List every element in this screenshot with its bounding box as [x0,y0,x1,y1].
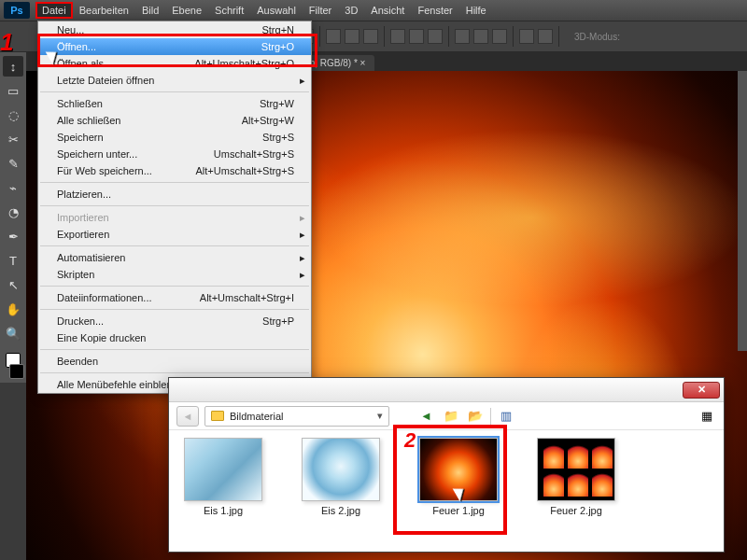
align-group-2 [326,29,378,44]
menu-item[interactable]: Alle schließenAlt+Strg+W [38,112,311,129]
menu-item[interactable]: Eine Kopie drucken [38,329,311,346]
menu-item-shortcut: Strg+O [261,41,294,52]
menu-separator [40,309,309,310]
menu-bearbeiten[interactable]: Bearbeiten [73,2,135,19]
distribute-icon[interactable] [492,29,507,44]
menu-item-label: Öffnen... [57,41,96,52]
nav-back-button[interactable]: ◄ [176,406,199,427]
menu-item[interactable]: Drucken...Strg+P [38,313,311,329]
menu-item[interactable]: SchließenStrg+W [38,95,311,112]
distribute-icon[interactable] [409,29,424,44]
menu-ebene[interactable]: Ebene [165,2,208,19]
menu-ansicht[interactable]: Ansicht [364,2,411,19]
file-item[interactable]: Feuer 2.jpg [531,438,621,546]
arrange-icon[interactable] [538,29,553,44]
menu-separator [40,286,309,287]
distribute-icon[interactable] [428,29,443,44]
menu-item[interactable]: Öffnen als...Alt+Umschalt+Strg+O [38,55,311,72]
distribute-icon[interactable] [473,29,488,44]
menu-item[interactable]: Neu...Strg+N [38,21,311,38]
pen-tool[interactable]: ✒ [3,226,23,246]
menu-fenster[interactable]: Fenster [411,2,458,19]
file-name: Eis 1.jpg [204,505,243,516]
menu-schrift[interactable]: Schrift [208,2,250,19]
view-icon[interactable]: ▥ [497,407,515,426]
menu-hilfe[interactable]: Hilfe [459,2,493,19]
menu-item[interactable]: Speichern unter...Umschalt+Strg+S [38,146,311,162]
eyedropper-tool[interactable]: ✎ [3,153,23,174]
menu-item-label: Speichern unter... [57,148,137,160]
menu-bild[interactable]: Bild [135,2,165,19]
menu-item[interactable]: Dateiinformationen...Alt+Umschalt+Strg+I [38,289,311,306]
menu-item-shortcut: Alt+Umschalt+Strg+S [196,165,294,176]
align-icon[interactable] [345,29,359,44]
view-menu-icon[interactable]: ▦ [698,407,716,426]
menubar: Ps Datei Bearbeiten Bild Ebene Schrift A… [0,0,747,21]
menu-separator [40,372,309,373]
menu-item-label: Platzieren... [57,189,111,200]
nav-back-icon[interactable]: ◄ [417,407,436,426]
distribute-group-2 [455,29,507,44]
location-dropdown[interactable]: Bildmaterial [204,406,389,427]
distribute-icon[interactable] [390,29,405,44]
menu-item-shortcut: Strg+W [260,98,294,109]
menu-item[interactable]: Beenden [38,353,311,370]
file-name: Feuer 2.jpg [550,505,602,516]
menu-item-label: Öffnen als... [57,58,112,69]
separator [558,26,559,47]
lasso-tool[interactable]: ◌ [3,105,23,125]
annotation-box-2 [393,425,507,535]
background-color[interactable] [9,364,24,379]
file-thumbnail [537,438,615,501]
dialog-titlebar[interactable]: ✕ [169,378,724,402]
menu-item-label: Automatisieren [57,252,125,263]
menu-auswahl[interactable]: Auswahl [250,2,303,19]
location-text: Bildmaterial [230,411,283,422]
separator [448,26,449,47]
menu-item[interactable]: Skripten [38,266,311,283]
menu-item[interactable]: Für Web speichern...Alt+Umschalt+Strg+S [38,162,311,179]
file-item[interactable]: Eis 2.jpg [296,438,386,546]
file-item[interactable]: Eis 1.jpg [178,438,268,546]
move-tool[interactable]: ↕ [3,56,23,77]
distribute-group-1 [390,29,443,44]
menu-item-label: Letzte Dateien öffnen [57,75,154,86]
menu-item-label: Neu... [57,24,84,35]
path-tool[interactable]: ↖ [3,274,23,295]
file-thumbnail [302,438,380,501]
marquee-tool[interactable]: ▭ [3,80,23,101]
distribute-icon[interactable] [455,29,470,44]
zoom-tool[interactable]: 🔍 [3,323,23,343]
menu-datei[interactable]: Datei [35,2,73,19]
menu-item[interactable]: Platzieren... [38,186,311,203]
align-icon[interactable] [363,29,378,44]
app-logo: Ps [4,2,30,19]
type-tool[interactable]: T [3,250,23,271]
nav-new-icon[interactable]: 📂 [466,407,485,426]
brush-tool[interactable]: ◔ [3,202,23,222]
menu-item[interactable]: Öffnen...Strg+O [38,38,311,55]
heal-tool[interactable]: ⌁ [3,177,23,198]
mode-3d-label: 3D-Modus: [574,32,620,42]
hand-tool[interactable]: ✋ [3,299,23,319]
arrange-icon[interactable] [519,29,534,44]
nav-up-icon[interactable]: 📁 [442,407,460,426]
menu-item[interactable]: Importieren [38,209,311,226]
file-menu-dropdown: Neu...Strg+NÖffnen...Strg+OÖffnen als...… [37,21,312,394]
menu-item[interactable]: SpeichernStrg+S [38,129,311,146]
menu-item[interactable]: Letzte Dateien öffnen [38,72,311,89]
menu-filter[interactable]: Filter [303,2,338,19]
menu-item[interactable]: Automatisieren [38,249,311,266]
menu-item-label: Alle schließen [57,115,120,126]
menu-item-label: Eine Kopie drucken [57,332,146,343]
menu-item-shortcut: Alt+Umschalt+Strg+I [200,292,294,303]
crop-tool[interactable]: ✂ [3,129,23,149]
panel-dock[interactable] [738,71,747,351]
menu-item-shortcut: Umschalt+Strg+S [214,148,294,160]
menu-item[interactable]: Exportieren [38,226,311,243]
menu-item-label: Schließen [57,98,103,109]
menu-item-shortcut: Strg+N [261,24,294,35]
align-icon[interactable] [326,29,341,44]
dialog-close-button[interactable]: ✕ [683,382,720,399]
menu-3d[interactable]: 3D [338,2,364,19]
